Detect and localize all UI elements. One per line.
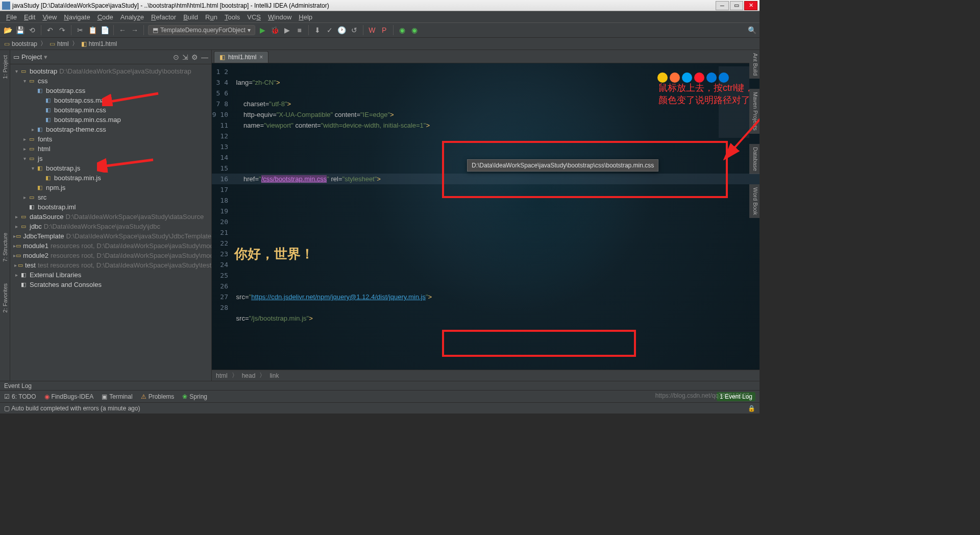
editor-breadcrumb: html〉 head〉 link	[212, 370, 760, 381]
scroll-from-source-icon[interactable]: ⊙	[173, 53, 179, 61]
cut-icon[interactable]: ✂	[76, 26, 85, 35]
undo-icon[interactable]: ↶	[45, 26, 55, 35]
stop-icon[interactable]: ■	[295, 26, 304, 35]
crumb-head[interactable]: head	[242, 372, 256, 379]
panel-title[interactable]: ▭ Project ▾	[13, 53, 47, 61]
status-icon[interactable]: ▢	[4, 405, 10, 412]
tree-row[interactable]: ◧bootstrap.min.css.map	[10, 115, 211, 125]
tree-row[interactable]: ▾▭bootstrapD:\Data\IdeaWorkSpace\javaStu…	[10, 66, 211, 76]
firefox-icon[interactable]	[670, 72, 680, 83]
tree-row[interactable]: ▾▭js	[10, 154, 211, 163]
bottom-tool-bar: ☑ 6: TODO ◉ FindBugs-IDEA ▣ Terminal ⚠ P…	[0, 390, 760, 402]
tree-row[interactable]: ▸▭src	[10, 192, 211, 202]
refresh-icon[interactable]: ⟲	[28, 26, 37, 35]
run-icon[interactable]: ▶	[258, 26, 267, 35]
tree-row[interactable]: ▸▭JdbcTemplateD:\Data\IdeaWorkSpace\java…	[10, 231, 211, 241]
close-tab-icon[interactable]: ×	[259, 54, 263, 61]
tab-favorites[interactable]: 2: Favorites	[1, 280, 9, 315]
ie-icon[interactable]	[706, 72, 717, 83]
edge-icon[interactable]	[719, 72, 729, 83]
tree-row[interactable]: ▸◧bootstrap-theme.css	[10, 125, 211, 134]
menu-build[interactable]: Build	[180, 12, 201, 22]
code-content[interactable]: lang="zh-CN"> charset="utf-8"> http-equi…	[232, 63, 760, 370]
lock-icon[interactable]: 🔒	[748, 405, 755, 412]
chrome-icon[interactable]	[657, 72, 668, 83]
word-icon[interactable]: W	[368, 26, 377, 35]
menu-analyze[interactable]: Analyze	[117, 12, 147, 22]
tree-row[interactable]: ▸▭module2resources root, D:\Data\IdeaWor…	[10, 251, 211, 260]
tree-row[interactable]: ▸▭html	[10, 144, 211, 154]
menu-edit[interactable]: Edit	[21, 12, 38, 22]
tree-row[interactable]: ▾▭css	[10, 76, 211, 86]
menu-file[interactable]: File	[3, 12, 20, 22]
app-icon	[2, 2, 10, 10]
forward-icon[interactable]: →	[130, 26, 139, 35]
menu-vcs[interactable]: VCS	[244, 12, 264, 22]
tree-row[interactable]: ▸▭jdbcD:\Data\IdeaWorkSpace\javaStudy\jd…	[10, 222, 211, 231]
tool-todo[interactable]: ☑ 6: TODO	[4, 393, 36, 400]
minimize-button[interactable]: ─	[716, 1, 729, 10]
menu-refactor[interactable]: Refactor	[148, 12, 179, 22]
tab-project[interactable]: 1: Project	[1, 52, 9, 82]
vcs-update-icon[interactable]: ⬇	[313, 26, 322, 35]
paste-icon[interactable]: 📄	[100, 26, 109, 35]
tree-row[interactable]: ◧bootstrap.css.map	[10, 95, 211, 105]
open-icon[interactable]: 📂	[3, 26, 12, 35]
tree-row[interactable]: ◧Scratches and Consoles	[10, 280, 211, 289]
menu-code[interactable]: Code	[94, 12, 116, 22]
tab-structure[interactable]: 7: Structure	[1, 230, 9, 265]
safari-icon[interactable]	[682, 72, 692, 83]
event-log-label[interactable]: Event Log	[0, 381, 760, 390]
tree-row[interactable]: ▸▭module1resources root, D:\Data\IdeaWor…	[10, 241, 211, 251]
save-icon[interactable]: 💾	[15, 26, 24, 35]
tree-row[interactable]: ◧bootstrap.css	[10, 86, 211, 95]
tab-html1[interactable]: ◧ html1.html ×	[214, 51, 268, 63]
back-icon[interactable]: ←	[118, 26, 127, 35]
bc-project[interactable]: ▭ bootstrap	[4, 40, 37, 47]
findbugs2-icon[interactable]: ◉	[410, 26, 419, 35]
opera-icon[interactable]	[694, 72, 704, 83]
bc-file[interactable]: ◧ html1.html	[81, 40, 117, 47]
vcs-commit-icon[interactable]: ✓	[325, 26, 334, 35]
tool-findbugs[interactable]: ◉ FindBugs-IDEA	[44, 393, 94, 400]
tree-row[interactable]: ▸◧External Libraries	[10, 270, 211, 280]
tool-spring[interactable]: ❀ Spring	[182, 393, 207, 400]
vcs-revert-icon[interactable]: ↺	[350, 26, 359, 35]
editor-body[interactable]: 1 2 3 4 5 6 7 8 9 10 11 12 13 14 15 16 1…	[212, 63, 760, 370]
menu-view[interactable]: View	[39, 12, 60, 22]
bc-folder[interactable]: ▭ html	[50, 40, 69, 47]
run-config-selector[interactable]: ⬒ TemplateDemo.queryForObject ▾	[148, 25, 255, 35]
ppt-icon[interactable]: P	[380, 26, 389, 35]
collapse-icon[interactable]: ⇲	[182, 53, 188, 61]
vcs-history-icon[interactable]: 🕐	[337, 26, 347, 35]
window-titlebar: javaStudy [D:\Data\IdeaWorkSpace\javaStu…	[0, 0, 760, 11]
tree-row[interactable]: ▾◧bootstrap.js	[10, 163, 211, 173]
debug-icon[interactable]: 🐞	[271, 26, 280, 35]
menu-tools[interactable]: Tools	[222, 12, 243, 22]
menu-run[interactable]: Run	[202, 12, 220, 22]
tree-row[interactable]: ▸▭fonts	[10, 134, 211, 144]
tree-row[interactable]: ◧bootstrap.min.js	[10, 173, 211, 183]
redo-icon[interactable]: ↷	[58, 26, 67, 35]
menu-window[interactable]: Window	[265, 12, 295, 22]
menu-help[interactable]: Help	[296, 12, 315, 22]
tree-row[interactable]: ◧bootstrap.min.css	[10, 105, 211, 115]
coverage-icon[interactable]: ▶	[283, 26, 292, 35]
tool-problems[interactable]: ⚠ Problems	[141, 393, 175, 400]
tool-terminal[interactable]: ▣ Terminal	[102, 393, 132, 400]
search-icon[interactable]: 🔍	[747, 26, 756, 35]
crumb-link[interactable]: link	[270, 372, 279, 379]
menu-navigate[interactable]: Navigate	[61, 12, 93, 22]
tree-row[interactable]: ◧npm.js	[10, 183, 211, 192]
tree-row[interactable]: ▸▭testtest resources root, D:\Data\IdeaW…	[10, 260, 211, 270]
hide-icon[interactable]: —	[201, 53, 208, 61]
copy-icon[interactable]: 📋	[88, 26, 97, 35]
tree-row[interactable]: ▸▭dataSourceD:\Data\IdeaWorkSpace\javaSt…	[10, 212, 211, 222]
tree-row[interactable]: ◧bootstrap.iml	[10, 202, 211, 212]
crumb-html[interactable]: html	[216, 372, 228, 379]
project-tree[interactable]: ▾▭bootstrapD:\Data\IdeaWorkSpace\javaStu…	[10, 64, 211, 381]
maximize-button[interactable]: ▭	[730, 1, 743, 10]
close-button[interactable]: ✕	[744, 1, 757, 10]
findbugs-icon[interactable]: ◉	[398, 26, 407, 35]
gear-icon[interactable]: ⚙	[191, 53, 198, 61]
